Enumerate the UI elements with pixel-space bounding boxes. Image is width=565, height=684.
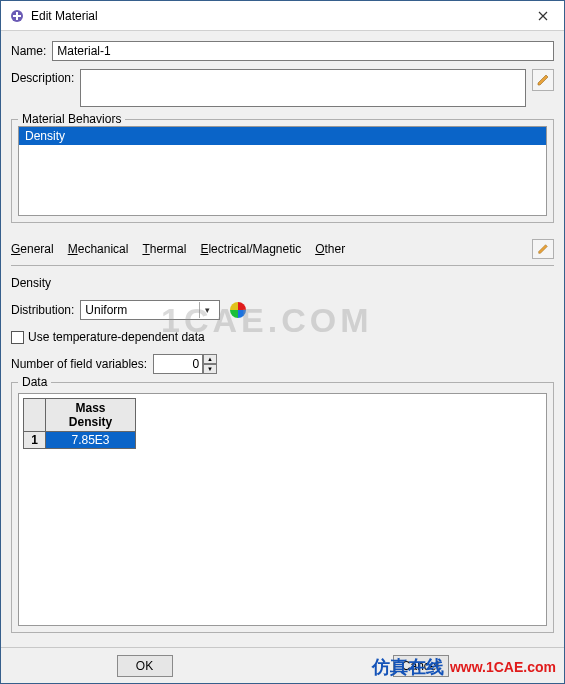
separator (11, 265, 554, 266)
menu-mechanical[interactable]: Mechanical (68, 242, 129, 256)
name-row: Name: (11, 41, 554, 61)
distribution-combo[interactable]: Uniform ▾ (80, 300, 220, 320)
distribution-value: Uniform (85, 303, 127, 317)
row-number: 1 (24, 432, 46, 449)
col-mass-density[interactable]: Mass Density (46, 399, 136, 432)
menu-general[interactable]: General (11, 242, 54, 256)
use-temp-checkbox[interactable] (11, 331, 24, 344)
use-temp-row: Use temperature-dependent data (11, 330, 554, 344)
description-input[interactable] (80, 69, 526, 107)
data-group: Data Mass Density 1 7.85E3 (11, 382, 554, 633)
distribution-row: Distribution: Uniform ▾ (11, 300, 554, 320)
app-icon (9, 8, 25, 24)
close-button[interactable] (522, 2, 564, 30)
data-table[interactable]: Mass Density 1 7.85E3 (23, 398, 136, 449)
svg-rect-2 (13, 15, 21, 17)
window-title: Edit Material (31, 9, 522, 23)
field-vars-spinner[interactable]: ▲ ▼ (153, 354, 217, 374)
spin-down-button[interactable]: ▼ (203, 364, 217, 374)
material-behaviors-legend: Material Behaviors (18, 112, 125, 126)
cancel-button[interactable]: Cancel (393, 655, 449, 677)
edit-description-button[interactable] (532, 69, 554, 91)
menu-edit-button[interactable] (532, 239, 554, 259)
distribution-label: Distribution: (11, 303, 74, 317)
material-behaviors-group: Material Behaviors Density (11, 119, 554, 223)
data-table-container: Mass Density 1 7.85E3 (18, 393, 547, 626)
use-temp-label: Use temperature-dependent data (28, 330, 205, 344)
data-legend: Data (18, 375, 51, 389)
name-label: Name: (11, 44, 46, 58)
density-section-title: Density (11, 276, 554, 290)
field-vars-input[interactable] (153, 354, 203, 374)
description-row: Description: (11, 69, 554, 107)
spin-up-button[interactable]: ▲ (203, 354, 217, 364)
field-output-icon[interactable] (230, 302, 246, 318)
chevron-down-icon: ▾ (199, 302, 215, 318)
dialog-footer: OK Cancel (1, 647, 564, 683)
table-row[interactable]: 1 7.85E3 (24, 432, 136, 449)
menu-thermal[interactable]: Thermal (142, 242, 186, 256)
ok-button[interactable]: OK (117, 655, 173, 677)
field-vars-row: Number of field variables: ▲ ▼ (11, 354, 554, 374)
behaviors-list[interactable]: Density (18, 126, 547, 216)
edit-material-dialog: Edit Material Name: Description: Materia… (0, 0, 565, 684)
menu-electrical-magnetic[interactable]: Electrical/Magnetic (200, 242, 301, 256)
behavior-menu: General Mechanical Thermal Electrical/Ma… (11, 233, 554, 263)
titlebar: Edit Material (1, 1, 564, 31)
name-input[interactable] (52, 41, 554, 61)
description-label: Description: (11, 71, 74, 85)
cell-mass-density[interactable]: 7.85E3 (46, 432, 136, 449)
dialog-body: Name: Description: Material Behaviors De… (1, 31, 564, 647)
behavior-item-density[interactable]: Density (19, 127, 546, 145)
menu-other[interactable]: Other (315, 242, 345, 256)
field-vars-label: Number of field variables: (11, 357, 147, 371)
